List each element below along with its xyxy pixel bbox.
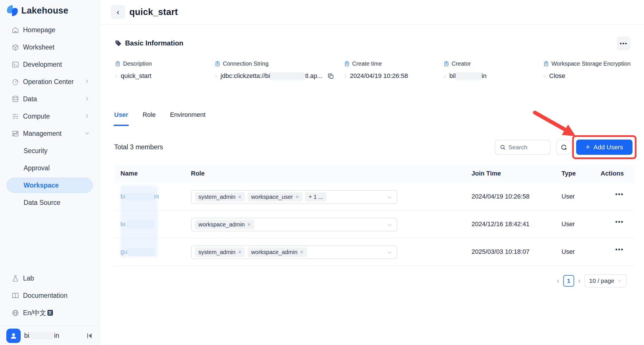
chevron-right-icon (85, 113, 90, 120)
sidebar-item-label: En/中文 (23, 308, 46, 317)
refresh-button[interactable] (556, 140, 571, 155)
chevron-down-icon (387, 250, 392, 256)
search-input[interactable] (508, 144, 543, 151)
role-multiselect[interactable]: system_admin✕ workspace_user✕ + 1 ... (191, 190, 397, 204)
sidebar-item-documentation[interactable]: Documentation (0, 287, 99, 304)
chevron-down-icon (85, 130, 90, 138)
field-label: Connection String (223, 60, 269, 67)
sidebar-subitem-label: Approval (24, 164, 50, 172)
role-tag-label: workspace_admin (198, 221, 245, 228)
tab-environment[interactable]: Environment (170, 111, 206, 124)
name-prefix: gu (120, 248, 127, 255)
field-description: Description ○quick_start (115, 60, 152, 80)
row-actions-button[interactable]: ••• (615, 190, 624, 198)
lakehouse-app: Lakehouse Homepage Worksheet Development… (0, 0, 644, 345)
collapse-sidebar-icon[interactable] (86, 332, 93, 340)
chevron-down-icon (617, 279, 622, 283)
member-name-link[interactable]: te (120, 220, 154, 228)
user-name-prefix: bi (24, 332, 29, 340)
sidebar-item-label: Worksheet (23, 43, 55, 51)
sidebar-item-lab[interactable]: Lab (0, 270, 99, 287)
basic-information-title: Basic Information (125, 39, 183, 47)
clipboard-icon (215, 61, 220, 66)
sidebar-subitem-label: Security (24, 147, 47, 155)
sidebar-item-label: Data (23, 95, 37, 103)
sidebar-subitem-workspace[interactable]: Workspace (6, 178, 93, 193)
field-value: 2024/04/19 10:26:58 (350, 72, 408, 80)
redaction-box (456, 72, 482, 80)
sidebar-subitem-data-source[interactable]: Data Source (0, 194, 99, 211)
value-prefix: jdbc:clickzetta://bi (221, 72, 270, 79)
sliders-icon (12, 113, 19, 120)
add-users-button[interactable]: + Add Users (576, 140, 632, 155)
tab-bar: User Role Environment (114, 111, 206, 124)
chevron-right-icon (85, 78, 90, 86)
next-page-button[interactable]: › (578, 277, 580, 285)
role-tag-label: workspace_user (251, 194, 293, 200)
main-content: Basic Information ••• Description ○quick… (100, 25, 644, 345)
role-tag: workspace_admin✕ (248, 247, 307, 257)
sidebar-item-homepage[interactable]: Homepage (0, 21, 99, 39)
member-name-link[interactable]: gu (120, 248, 156, 256)
brand-logo: Lakehouse (6, 5, 68, 17)
sidebar-item-operation-center[interactable]: Operation Center (0, 73, 99, 90)
value-suffix: in (482, 72, 486, 79)
page-size-select[interactable]: 10 / page (584, 274, 626, 287)
role-tag: system_admin✕ (195, 247, 245, 257)
current-page-button[interactable]: 1 (563, 275, 574, 287)
sidebar-item-compute[interactable]: Compute (0, 108, 99, 125)
remove-tag-icon[interactable]: ✕ (295, 194, 299, 200)
remove-tag-icon[interactable]: ✕ (247, 222, 251, 227)
sidebar: Lakehouse Homepage Worksheet Development… (0, 0, 100, 345)
sidebar-item-development[interactable]: Development (0, 56, 99, 73)
avatar (6, 329, 21, 343)
redaction-box (126, 220, 154, 228)
redaction-box (30, 332, 53, 340)
redaction-box (128, 248, 155, 256)
column-header-join-time: Join Time (471, 170, 501, 177)
sidebar-item-worksheet[interactable]: Worksheet (0, 39, 99, 56)
join-time-cell: 2024/04/19 10:26:58 (471, 193, 530, 200)
home-icon (12, 26, 19, 34)
join-time-cell: 2025/03/03 10:18:07 (471, 248, 530, 256)
table-header: Name Role Join Time Type Actions (114, 164, 635, 183)
sidebar-item-language[interactable]: En/中文 文 (0, 304, 99, 321)
bullet-icon: ○ (344, 74, 347, 79)
sidebar-item-label: Homepage (23, 26, 55, 34)
redaction-box (126, 193, 153, 201)
clipboard-icon (344, 61, 350, 66)
chevron-down-icon (387, 195, 392, 201)
sidebar-subitem-security[interactable]: Security (0, 142, 99, 159)
table-row: te workspace_admin✕ 2024/12/16 18:42:41 … (114, 211, 635, 238)
sidebar-item-management[interactable]: Management (0, 125, 99, 142)
member-name-link[interactable]: biin (120, 193, 159, 201)
sidebar-item-label: Compute (23, 113, 50, 120)
sidebar-item-label: Development (23, 61, 62, 68)
remove-tag-icon[interactable]: ✕ (238, 249, 241, 255)
terminal-icon (12, 61, 19, 68)
chevron-down-icon (387, 222, 392, 229)
remove-tag-icon[interactable]: ✕ (238, 194, 241, 200)
copy-icon[interactable] (328, 73, 334, 79)
back-button[interactable]: ‹ (111, 5, 125, 19)
sidebar-subitem-approval[interactable]: Approval (0, 159, 99, 177)
role-multiselect[interactable]: workspace_admin✕ (191, 218, 397, 231)
clipboard-icon (543, 61, 549, 66)
connection-string-value: jdbc:clickzetta://bitl.ap... (221, 72, 322, 80)
table-row: gu system_admin✕ workspace_admin✕ 2025/0… (114, 238, 635, 266)
row-actions-button[interactable]: ••• (615, 218, 624, 226)
name-prefix: bi (120, 193, 125, 200)
sidebar-item-data[interactable]: Data (0, 90, 99, 108)
tab-user[interactable]: User (114, 111, 128, 124)
value-prefix: bil (449, 72, 456, 79)
remove-tag-icon[interactable]: ✕ (300, 249, 304, 255)
name-prefix: te (120, 220, 126, 228)
sidebar-item-label: Operation Center (23, 78, 74, 86)
role-tag: workspace_admin✕ (195, 220, 254, 229)
tab-role[interactable]: Role (143, 111, 156, 124)
previous-page-button[interactable]: ‹ (557, 277, 559, 285)
value-suffix: tl.ap... (305, 72, 322, 79)
role-multiselect[interactable]: system_admin✕ workspace_admin✕ (191, 245, 397, 259)
row-actions-button[interactable]: ••• (615, 246, 624, 253)
more-actions-button[interactable]: ••• (617, 37, 630, 50)
